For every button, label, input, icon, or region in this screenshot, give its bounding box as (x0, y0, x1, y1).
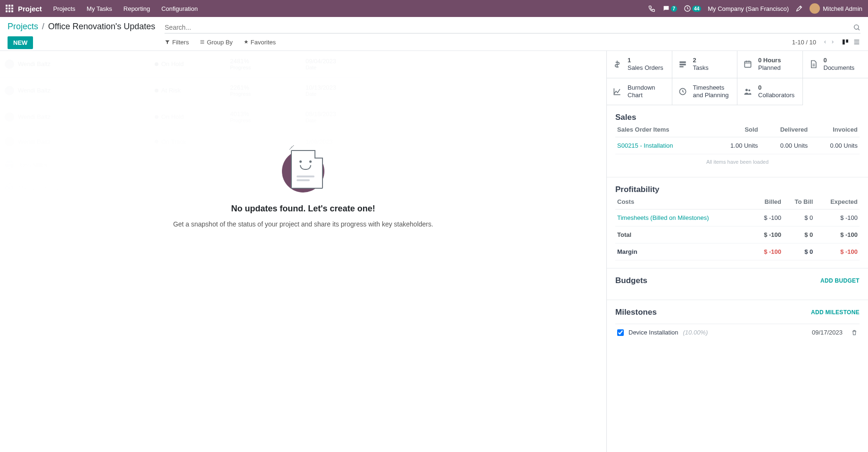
milestone-checkbox[interactable] (617, 329, 624, 336)
empty-title: No updates found. Let's create one! (231, 204, 375, 214)
pager-count[interactable]: 1-10 / 10 (792, 39, 816, 46)
company-selector[interactable]: My Company (San Francisco) (708, 5, 789, 12)
sales-item-link[interactable]: S00215 - Installation (615, 137, 710, 154)
empty-illustration: ⟋ (280, 145, 327, 193)
sales-table: Sales Order Items Sold Delivered Invoice… (615, 122, 860, 154)
calendar-icon (743, 59, 753, 69)
milestone-label[interactable]: Device Installation (628, 329, 678, 336)
budgets-section: Budgets ADD BUDGET (607, 268, 868, 300)
total-row: Total $ -100 $ 0 $ -100 (615, 226, 860, 243)
new-button[interactable]: New (8, 36, 33, 49)
profitability-table: Costs Billed To Bill Expected Timesheets… (615, 194, 860, 260)
control-panel: Projects / Office Renovation's Updates N… (0, 17, 868, 50)
cell-invoiced: 0.00 Units (810, 137, 860, 154)
margin-row: Margin $ -100 $ 0 $ -100 (615, 243, 860, 260)
tools-icon[interactable] (795, 5, 803, 12)
trash-icon[interactable] (851, 329, 858, 336)
milestone-row: Device Installation (10.00%) 09/17/2023 (615, 324, 860, 341)
th-delivered: Delivered (760, 122, 810, 137)
sales-title: Sales (615, 113, 860, 122)
chart-icon (612, 87, 623, 96)
search-panel: Filters Group By Favorites 1-10 / 10 (165, 22, 860, 50)
breadcrumb-root[interactable]: Projects (8, 22, 38, 32)
add-budget-button[interactable]: ADD BUDGET (820, 277, 860, 284)
th-sold: Sold (710, 122, 760, 137)
budgets-title: Budgets (615, 276, 647, 285)
kanban-view-icon[interactable] (842, 38, 849, 46)
chat-icon[interactable]: 7 (662, 5, 678, 12)
cell-sold: 1.00 Units (710, 137, 760, 154)
add-milestone-button[interactable]: ADD MILESTONE (811, 309, 860, 316)
svg-rect-3 (846, 40, 848, 43)
phone-icon[interactable] (648, 5, 656, 12)
stat-documents[interactable]: 0Documents (803, 51, 868, 78)
list-view-icon[interactable] (853, 38, 860, 46)
th-billed: Billed (752, 194, 783, 209)
document-icon (809, 59, 819, 69)
clock-badge: 44 (692, 6, 701, 12)
empty-state: ⟋ No updates found. Let's create one! Ge… (0, 51, 606, 452)
svg-rect-6 (679, 66, 683, 67)
chat-badge: 7 (671, 6, 678, 12)
milestone-date[interactable]: 09/17/2023 (812, 329, 843, 336)
search-input[interactable] (165, 24, 853, 31)
stats-grid: 1Sales Orders 2Tasks 0 HoursPlanned 0Doc… (607, 51, 868, 105)
pager-next-icon[interactable] (830, 40, 835, 44)
empty-subtitle: Get a snapshot of the status of your pro… (173, 220, 433, 228)
table-row: Timesheets (Billed on Milestones) $ -100… (615, 209, 860, 226)
clock-icon (678, 87, 688, 96)
users-icon (743, 87, 753, 96)
nav-configuration[interactable]: Configuration (161, 5, 198, 12)
th-expected: Expected (815, 194, 860, 209)
th-costs: Costs (615, 194, 752, 209)
svg-point-10 (748, 89, 750, 91)
pager: 1-10 / 10 (792, 38, 860, 46)
th-items: Sales Order Items (615, 122, 710, 137)
breadcrumb-sep: / (42, 22, 44, 32)
nav-projects[interactable]: Projects (53, 5, 75, 12)
nav-my-tasks[interactable]: My Tasks (87, 5, 112, 12)
timesheets-link[interactable]: Timesheets (Billed on Milestones) (615, 209, 752, 226)
stat-collaborators[interactable]: 0Collaborators (737, 78, 803, 106)
left-pane: Wendi Baltz On Hold 2481%Progress 09/04/… (0, 50, 606, 452)
cell-delivered: 0.00 Units (760, 137, 810, 154)
search-bar (165, 22, 860, 33)
app-brand[interactable]: Project (18, 5, 42, 13)
dollar-icon (612, 59, 623, 69)
pager-prev-icon[interactable] (823, 40, 827, 44)
milestones-title: Milestones (615, 308, 657, 317)
stat-tasks[interactable]: 2Tasks (672, 51, 738, 78)
svg-point-9 (745, 89, 748, 91)
svg-rect-4 (679, 61, 686, 63)
svg-rect-7 (744, 61, 751, 67)
search-tools: Filters Group By Favorites (165, 39, 276, 46)
user-name: Mitchell Admin (823, 5, 862, 12)
table-row: S00215 - Installation 1.00 Units 0.00 Un… (615, 137, 860, 154)
stat-burndown[interactable]: BurndownChart (607, 78, 672, 106)
cp-left: Projects / Office Renovation's Updates N… (8, 22, 155, 49)
nav-reporting[interactable]: Reporting (124, 5, 150, 12)
th-invoiced: Invoiced (810, 122, 860, 137)
stat-timesheets[interactable]: Timesheetsand Planning (672, 78, 738, 106)
th-tobill: To Bill (783, 194, 815, 209)
nav-links: Projects My Tasks Reporting Configuratio… (53, 5, 198, 12)
favorites-button[interactable]: Favorites (243, 39, 276, 46)
apps-icon[interactable] (6, 5, 13, 12)
stat-sales-orders[interactable]: 1Sales Orders (607, 51, 672, 78)
top-nav: Project Projects My Tasks Reporting Conf… (0, 0, 868, 17)
search-icon[interactable] (853, 24, 860, 31)
profitability-title: Profitability (615, 185, 860, 194)
user-menu[interactable]: Mitchell Admin (810, 3, 862, 14)
right-pane: 1Sales Orders 2Tasks 0 HoursPlanned 0Doc… (606, 50, 868, 452)
breadcrumb-current: Office Renovation's Updates (48, 22, 155, 32)
stat-hours-planned[interactable]: 0 HoursPlanned (737, 51, 803, 78)
nav-right: 7 44 My Company (San Francisco) Mitchell… (648, 3, 862, 14)
filters-button[interactable]: Filters (165, 39, 189, 46)
search-controls: Filters Group By Favorites 1-10 / 10 (165, 33, 860, 50)
avatar (810, 3, 820, 14)
tasks-icon (678, 59, 688, 69)
clock-icon[interactable]: 44 (684, 5, 701, 12)
breadcrumb: Projects / Office Renovation's Updates (8, 22, 155, 32)
loaded-message: All items have been loaded (615, 154, 860, 169)
groupby-button[interactable]: Group By (199, 39, 233, 46)
